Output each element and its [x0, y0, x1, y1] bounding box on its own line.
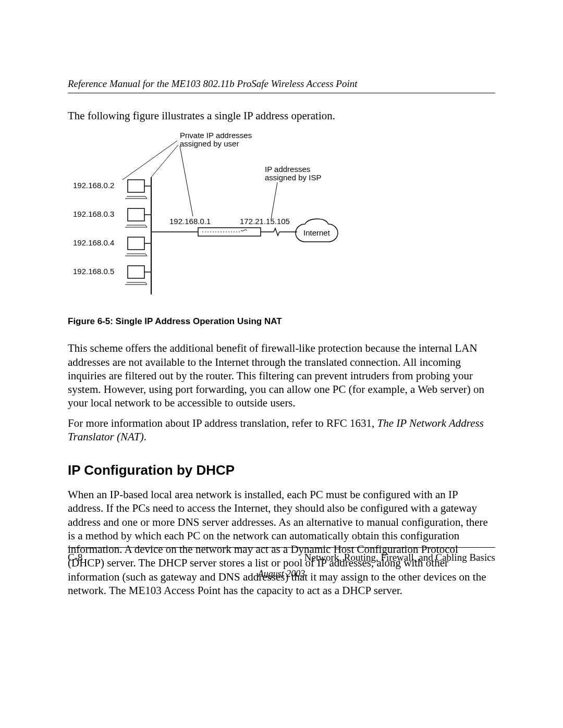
pc-icon: 192.168.0.2 192.168.0.3 192.168.0.4 192.…	[73, 180, 151, 285]
internet-label: Internet	[303, 228, 331, 237]
router-lan-ip-label: 192.168.0.1	[169, 217, 211, 226]
para2-pre: For more information about IP address tr…	[68, 417, 377, 429]
header-rule	[68, 93, 495, 93]
page-footer: C-8 Network, Routing, Firewall, and Cabl…	[68, 547, 495, 579]
router-wan-ip-label: 172.21.15.105	[240, 217, 290, 226]
footer-page-number: C-8	[68, 552, 83, 563]
intro-paragraph: The following figure illustrates a singl…	[68, 109, 495, 122]
body-paragraph-1: This scheme offers the additional benefi…	[68, 341, 495, 410]
svg-rect-3	[128, 208, 144, 221]
svg-rect-1	[128, 180, 144, 192]
pc-ip-label: 192.168.0.5	[73, 267, 114, 276]
svg-line-16	[271, 182, 277, 219]
pc-ip-label: 192.168.0.4	[73, 238, 114, 247]
body-paragraph-3: When an IP-based local area network is i…	[68, 488, 495, 597]
private-ip-callout: assigned by user	[180, 139, 239, 148]
pc-ip-label: 192.168.0.3	[73, 209, 114, 218]
svg-rect-5	[128, 237, 144, 250]
section-heading-dhcp: IP Configuration by DHCP	[68, 462, 495, 478]
footer-rule	[68, 547, 495, 548]
pc-ip-label: 192.168.0.2	[73, 181, 114, 190]
svg-line-15	[180, 146, 193, 216]
footer-date: August 2003	[68, 569, 495, 579]
header-title: Reference Manual for the ME103 802.11b P…	[68, 78, 495, 90]
figure-nat-diagram: 192.168.0.2 192.168.0.3 192.168.0.4 192.…	[68, 133, 495, 307]
svg-line-13	[123, 141, 177, 180]
figure-caption: Figure 6-5: Single IP Address Operation …	[68, 316, 495, 327]
footer-section-name: Network, Routing, Firewall, and Cabling …	[304, 552, 495, 563]
isp-ip-callout: assigned by ISP	[265, 173, 321, 182]
body-paragraph-2: For more information about IP address tr…	[68, 416, 495, 444]
isp-ip-callout: IP addresses	[265, 165, 310, 174]
para2-post: .	[144, 430, 146, 443]
svg-rect-7	[128, 266, 144, 278]
